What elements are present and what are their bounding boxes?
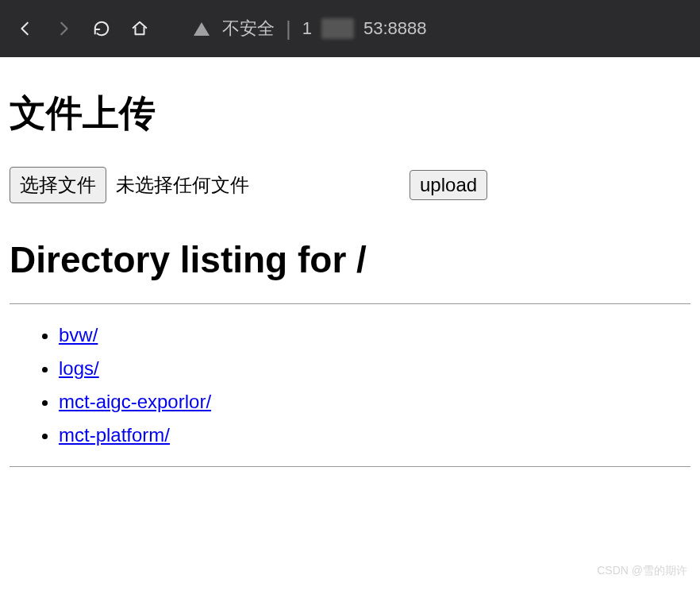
reload-button[interactable] [86,13,117,44]
home-button[interactable] [124,13,156,44]
directory-link[interactable]: logs/ [59,357,99,379]
directory-list: bvw/ logs/ mct-aigc-exporlor/ mct-platfo… [10,318,690,452]
list-item: bvw/ [59,318,690,352]
divider-bottom [10,466,690,467]
forward-button[interactable] [48,13,79,44]
choose-file-button[interactable]: 选择文件 [10,167,106,203]
browser-toolbar: 不安全 | 1 xxx 53:8888 [0,0,700,57]
back-button[interactable] [10,13,41,44]
address-suffix: 53:8888 [363,18,427,39]
directory-link[interactable]: bvw/ [59,324,98,345]
address-hidden: xxx [321,18,354,39]
address-prefix: 1 [302,18,312,39]
page-content: 文件上传 选择文件 未选择任何文件 upload Directory listi… [0,57,700,489]
address-bar[interactable]: 不安全 | 1 xxx 53:8888 [186,13,690,44]
upload-title: 文件上传 [10,89,690,138]
directory-link[interactable]: mct-platform/ [59,424,170,446]
warning-icon [194,22,210,36]
list-item: logs/ [59,352,690,385]
list-item: mct-aigc-exporlor/ [59,385,690,419]
divider-top [10,303,690,304]
upload-form: 选择文件 未选择任何文件 upload [10,167,690,203]
upload-button[interactable]: upload [410,170,487,200]
directory-link[interactable]: mct-aigc-exporlor/ [59,391,211,412]
address-separator: | [286,17,291,41]
file-status-text: 未选择任何文件 [116,172,249,198]
directory-title: Directory listing for / [10,238,690,281]
watermark: CSDN @雪的期许 [597,564,687,578]
list-item: mct-platform/ [59,419,690,452]
insecure-label: 不安全 [222,17,275,41]
